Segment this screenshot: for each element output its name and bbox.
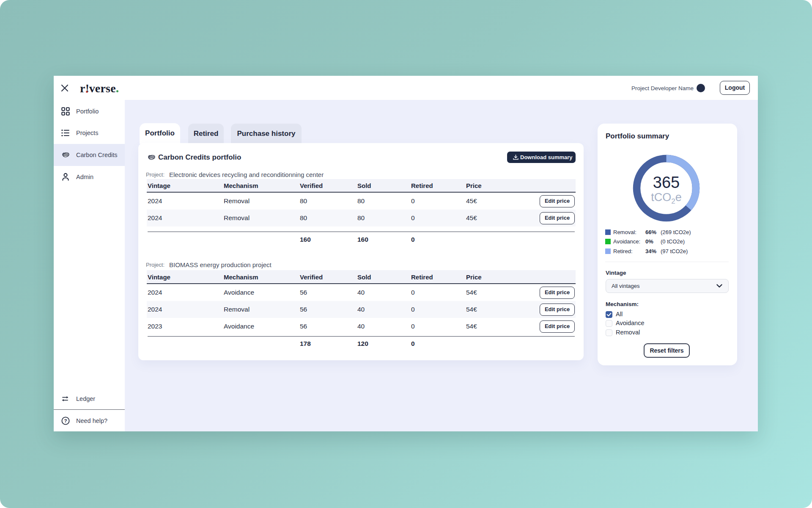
svg-text:?: ? bbox=[64, 418, 67, 423]
